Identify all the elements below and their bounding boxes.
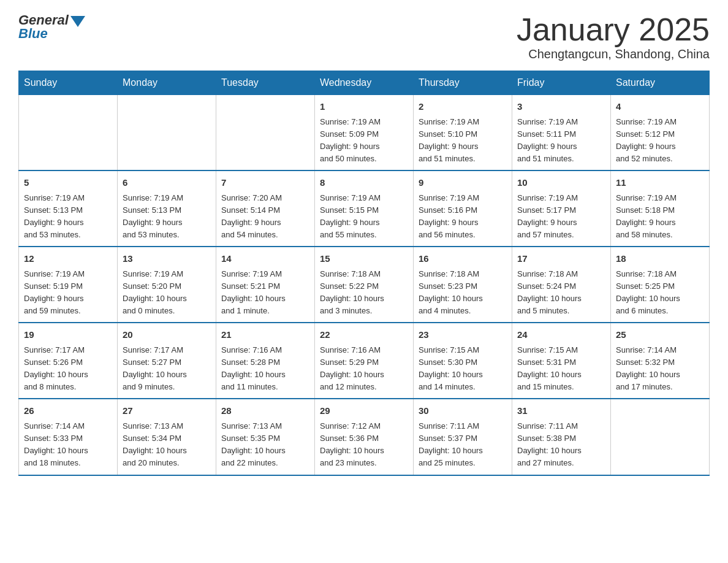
- day-info: Sunrise: 7:19 AM Sunset: 5:20 PM Dayligh…: [123, 268, 211, 318]
- calendar-cell: 14Sunrise: 7:19 AM Sunset: 5:21 PM Dayli…: [216, 247, 315, 323]
- calendar-cell: 19Sunrise: 7:17 AM Sunset: 5:26 PM Dayli…: [19, 323, 118, 399]
- calendar-cell: 31Sunrise: 7:11 AM Sunset: 5:38 PM Dayli…: [512, 399, 611, 475]
- day-info: Sunrise: 7:19 AM Sunset: 5:13 PM Dayligh…: [123, 192, 211, 242]
- day-number: 6: [123, 176, 211, 190]
- calendar-cell: 6Sunrise: 7:19 AM Sunset: 5:13 PM Daylig…: [118, 170, 216, 247]
- day-number: 8: [320, 176, 408, 190]
- day-info: Sunrise: 7:17 AM Sunset: 5:27 PM Dayligh…: [123, 344, 211, 394]
- logo-arrow-icon: [70, 16, 85, 27]
- calendar-cell: 29Sunrise: 7:12 AM Sunset: 5:36 PM Dayli…: [315, 399, 414, 475]
- day-number: 17: [517, 252, 605, 266]
- calendar-cell: [611, 399, 710, 475]
- day-number: 13: [123, 252, 211, 266]
- day-number: 31: [517, 404, 605, 418]
- calendar-header-tuesday: Tuesday: [216, 71, 315, 95]
- day-info: Sunrise: 7:20 AM Sunset: 5:14 PM Dayligh…: [221, 192, 309, 242]
- calendar-week-4: 19Sunrise: 7:17 AM Sunset: 5:26 PM Dayli…: [19, 323, 710, 399]
- calendar-header-thursday: Thursday: [414, 71, 512, 95]
- day-number: 9: [419, 176, 507, 190]
- day-info: Sunrise: 7:13 AM Sunset: 5:34 PM Dayligh…: [123, 420, 211, 470]
- day-info: Sunrise: 7:19 AM Sunset: 5:21 PM Dayligh…: [221, 268, 309, 318]
- day-number: 5: [24, 176, 112, 190]
- calendar-cell: 12Sunrise: 7:19 AM Sunset: 5:19 PM Dayli…: [19, 247, 118, 323]
- day-info: Sunrise: 7:19 AM Sunset: 5:15 PM Dayligh…: [320, 192, 408, 242]
- day-info: Sunrise: 7:19 AM Sunset: 5:11 PM Dayligh…: [517, 116, 605, 166]
- calendar-week-1: 1Sunrise: 7:19 AM Sunset: 5:09 PM Daylig…: [19, 95, 710, 171]
- calendar-cell: [216, 95, 315, 171]
- day-number: 16: [419, 252, 507, 266]
- day-number: 19: [24, 328, 112, 342]
- calendar-header-monday: Monday: [118, 71, 216, 95]
- calendar-table: SundayMondayTuesdayWednesdayThursdayFrid…: [18, 71, 710, 475]
- calendar-week-3: 12Sunrise: 7:19 AM Sunset: 5:19 PM Dayli…: [19, 247, 710, 323]
- day-info: Sunrise: 7:17 AM Sunset: 5:26 PM Dayligh…: [24, 344, 112, 394]
- calendar-cell: 1Sunrise: 7:19 AM Sunset: 5:09 PM Daylig…: [315, 95, 414, 171]
- day-number: 26: [24, 404, 112, 418]
- day-number: 14: [221, 252, 309, 266]
- day-info: Sunrise: 7:19 AM Sunset: 5:12 PM Dayligh…: [616, 116, 704, 166]
- calendar-cell: 8Sunrise: 7:19 AM Sunset: 5:15 PM Daylig…: [315, 170, 414, 247]
- day-info: Sunrise: 7:18 AM Sunset: 5:24 PM Dayligh…: [517, 268, 605, 318]
- day-info: Sunrise: 7:15 AM Sunset: 5:30 PM Dayligh…: [419, 344, 507, 394]
- day-number: 18: [616, 252, 704, 266]
- calendar-week-5: 26Sunrise: 7:14 AM Sunset: 5:33 PM Dayli…: [19, 399, 710, 475]
- day-info: Sunrise: 7:19 AM Sunset: 5:17 PM Dayligh…: [517, 192, 605, 242]
- day-number: 10: [517, 176, 605, 190]
- day-info: Sunrise: 7:19 AM Sunset: 5:10 PM Dayligh…: [419, 116, 507, 166]
- calendar-header-wednesday: Wednesday: [315, 71, 414, 95]
- calendar-cell: 10Sunrise: 7:19 AM Sunset: 5:17 PM Dayli…: [512, 170, 611, 247]
- page-header: General Blue January 2025 Chengtangcun, …: [18, 12, 710, 61]
- calendar-cell: 13Sunrise: 7:19 AM Sunset: 5:20 PM Dayli…: [118, 247, 216, 323]
- calendar-cell: [118, 95, 216, 171]
- calendar-cell: 20Sunrise: 7:17 AM Sunset: 5:27 PM Dayli…: [118, 323, 216, 399]
- day-info: Sunrise: 7:16 AM Sunset: 5:29 PM Dayligh…: [320, 344, 408, 394]
- calendar-cell: 5Sunrise: 7:19 AM Sunset: 5:13 PM Daylig…: [19, 170, 118, 247]
- day-number: 1: [320, 100, 408, 114]
- day-number: 28: [221, 404, 309, 418]
- calendar-cell: 3Sunrise: 7:19 AM Sunset: 5:11 PM Daylig…: [512, 95, 611, 171]
- day-number: 2: [419, 100, 507, 114]
- logo-blue-text: Blue: [18, 26, 48, 42]
- calendar-cell: 2Sunrise: 7:19 AM Sunset: 5:10 PM Daylig…: [414, 95, 512, 171]
- calendar-cell: 11Sunrise: 7:19 AM Sunset: 5:18 PM Dayli…: [611, 170, 710, 247]
- day-info: Sunrise: 7:19 AM Sunset: 5:19 PM Dayligh…: [24, 268, 112, 318]
- day-info: Sunrise: 7:18 AM Sunset: 5:22 PM Dayligh…: [320, 268, 408, 318]
- day-info: Sunrise: 7:15 AM Sunset: 5:31 PM Dayligh…: [517, 344, 605, 394]
- logo: General Blue: [18, 12, 85, 42]
- calendar-cell: [19, 95, 118, 171]
- day-number: 4: [616, 100, 704, 114]
- day-number: 23: [419, 328, 507, 342]
- calendar-header-saturday: Saturday: [611, 71, 710, 95]
- day-number: 24: [517, 328, 605, 342]
- calendar-cell: 18Sunrise: 7:18 AM Sunset: 5:25 PM Dayli…: [611, 247, 710, 323]
- calendar-cell: 17Sunrise: 7:18 AM Sunset: 5:24 PM Dayli…: [512, 247, 611, 323]
- calendar-header-row: SundayMondayTuesdayWednesdayThursdayFrid…: [19, 71, 710, 95]
- day-number: 11: [616, 176, 704, 190]
- calendar-cell: 28Sunrise: 7:13 AM Sunset: 5:35 PM Dayli…: [216, 399, 315, 475]
- calendar-week-2: 5Sunrise: 7:19 AM Sunset: 5:13 PM Daylig…: [19, 170, 710, 247]
- day-number: 29: [320, 404, 408, 418]
- day-number: 25: [616, 328, 704, 342]
- calendar-cell: 7Sunrise: 7:20 AM Sunset: 5:14 PM Daylig…: [216, 170, 315, 247]
- day-number: 20: [123, 328, 211, 342]
- calendar-cell: 23Sunrise: 7:15 AM Sunset: 5:30 PM Dayli…: [414, 323, 512, 399]
- day-info: Sunrise: 7:11 AM Sunset: 5:38 PM Dayligh…: [517, 420, 605, 470]
- calendar-cell: 26Sunrise: 7:14 AM Sunset: 5:33 PM Dayli…: [19, 399, 118, 475]
- day-number: 22: [320, 328, 408, 342]
- day-info: Sunrise: 7:13 AM Sunset: 5:35 PM Dayligh…: [221, 420, 309, 470]
- day-info: Sunrise: 7:18 AM Sunset: 5:25 PM Dayligh…: [616, 268, 704, 318]
- day-info: Sunrise: 7:19 AM Sunset: 5:13 PM Dayligh…: [24, 192, 112, 242]
- calendar-cell: 25Sunrise: 7:14 AM Sunset: 5:32 PM Dayli…: [611, 323, 710, 399]
- month-title: January 2025: [517, 12, 710, 47]
- calendar-cell: 21Sunrise: 7:16 AM Sunset: 5:28 PM Dayli…: [216, 323, 315, 399]
- calendar-cell: 22Sunrise: 7:16 AM Sunset: 5:29 PM Dayli…: [315, 323, 414, 399]
- day-info: Sunrise: 7:16 AM Sunset: 5:28 PM Dayligh…: [221, 344, 309, 394]
- location-title: Chengtangcun, Shandong, China: [517, 47, 710, 61]
- day-number: 21: [221, 328, 309, 342]
- calendar-cell: 4Sunrise: 7:19 AM Sunset: 5:12 PM Daylig…: [611, 95, 710, 171]
- calendar-cell: 27Sunrise: 7:13 AM Sunset: 5:34 PM Dayli…: [118, 399, 216, 475]
- day-number: 15: [320, 252, 408, 266]
- title-section: January 2025 Chengtangcun, Shandong, Chi…: [517, 12, 710, 61]
- day-number: 27: [123, 404, 211, 418]
- day-info: Sunrise: 7:19 AM Sunset: 5:18 PM Dayligh…: [616, 192, 704, 242]
